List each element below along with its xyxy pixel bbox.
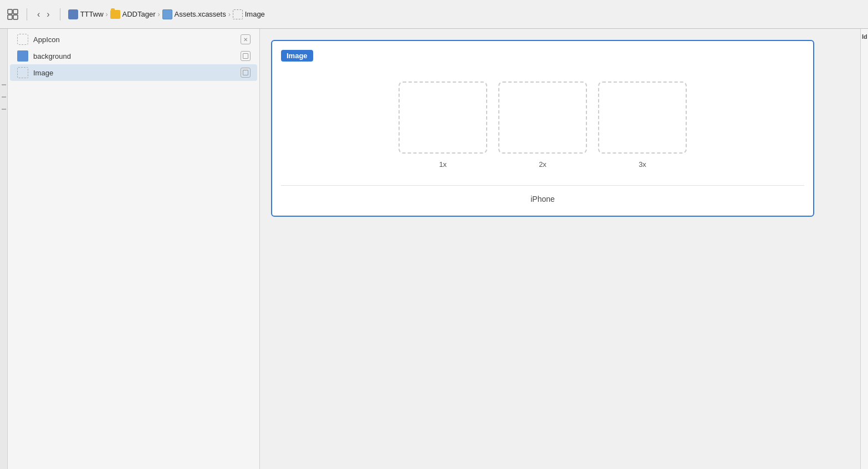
image-slot-box-2x[interactable]: [498, 81, 587, 154]
image-slot-1x[interactable]: 1x: [399, 81, 487, 169]
toolbar: ‹ › TTTww › ADDTager › Assets.xcassets ›…: [0, 0, 868, 29]
sidebar: AppIcon background Image: [8, 29, 260, 469]
assets-name: Assets.xcassets: [175, 10, 226, 18]
folder-name: ADDTager: [122, 10, 156, 18]
sidebar-item-image-action[interactable]: [241, 68, 251, 78]
sidebar-item-background[interactable]: background: [10, 48, 257, 64]
breadcrumb-sep-1: ›: [106, 11, 108, 18]
svg-rect-0: [8, 9, 12, 14]
forward-button[interactable]: ›: [44, 9, 52, 20]
assets-icon: [162, 9, 172, 19]
sidebar-item-appicon-action[interactable]: [241, 34, 251, 44]
breadcrumb: TTTww › ADDTager › Assets.xcassets › Ima…: [68, 9, 265, 19]
svg-rect-1: [13, 9, 18, 14]
toolbar-divider-1: [27, 8, 27, 21]
image-slots: 1x 2x 3x: [281, 70, 804, 180]
breadcrumb-item-project[interactable]: TTTww: [68, 9, 104, 19]
image-icon: [17, 67, 29, 79]
sidebar-item-appicon-label: AppIcon: [33, 35, 236, 44]
svg-rect-3: [13, 15, 18, 19]
left-edge-marker-3: [2, 109, 6, 110]
svg-rect-2: [8, 15, 12, 19]
breadcrumb-sep-3: ›: [228, 11, 231, 18]
image-slot-3x[interactable]: 3x: [598, 81, 687, 169]
image-tag: Image: [281, 50, 313, 62]
image-card: Image 1x 2x 3x iPhone: [271, 40, 814, 217]
breadcrumb-item-assets[interactable]: Assets.xcassets: [162, 9, 226, 19]
sidebar-item-image-label: Image: [33, 69, 236, 77]
image-slot-label-2x: 2x: [539, 160, 547, 169]
image-slot-label-3x: 3x: [639, 160, 646, 169]
breadcrumb-item-image[interactable]: Image: [233, 9, 265, 19]
breadcrumb-item-folder[interactable]: ADDTager: [110, 10, 156, 19]
right-panel: Id: [860, 29, 868, 469]
image-name: Image: [245, 10, 265, 18]
image-breadcrumb-icon: [233, 9, 243, 19]
right-panel-id-label: Id: [861, 33, 868, 40]
breadcrumb-sep-2: ›: [158, 11, 160, 18]
image-slot-box-3x[interactable]: [598, 81, 687, 154]
image-slot-box-1x[interactable]: [399, 81, 487, 154]
image-device-label: iPhone: [281, 191, 804, 207]
content-area: Image 1x 2x 3x iPhone: [260, 29, 860, 469]
grid-view-icon[interactable]: [7, 8, 19, 21]
project-icon: [68, 9, 78, 19]
left-edge: [0, 29, 8, 469]
toolbar-divider-2: [60, 8, 60, 21]
background-icon: [17, 50, 29, 62]
image-slot-2x[interactable]: 2x: [498, 81, 587, 169]
toolbar-nav: ‹ ›: [35, 9, 52, 20]
image-slot-label-1x: 1x: [439, 160, 447, 169]
left-edge-marker-2: [2, 96, 6, 98]
appicon-icon: [17, 33, 29, 45]
back-button[interactable]: ‹: [35, 9, 42, 20]
sidebar-item-appicon[interactable]: AppIcon: [10, 31, 257, 48]
image-divider: [281, 185, 804, 186]
sidebar-item-background-action[interactable]: [241, 51, 251, 61]
sidebar-item-background-label: background: [33, 52, 236, 60]
sidebar-item-image[interactable]: Image: [10, 64, 257, 81]
left-edge-marker-1: [2, 84, 6, 85]
main-area: AppIcon background Image Image: [0, 29, 868, 469]
project-name: TTTww: [80, 10, 104, 18]
folder-icon: [110, 10, 120, 19]
